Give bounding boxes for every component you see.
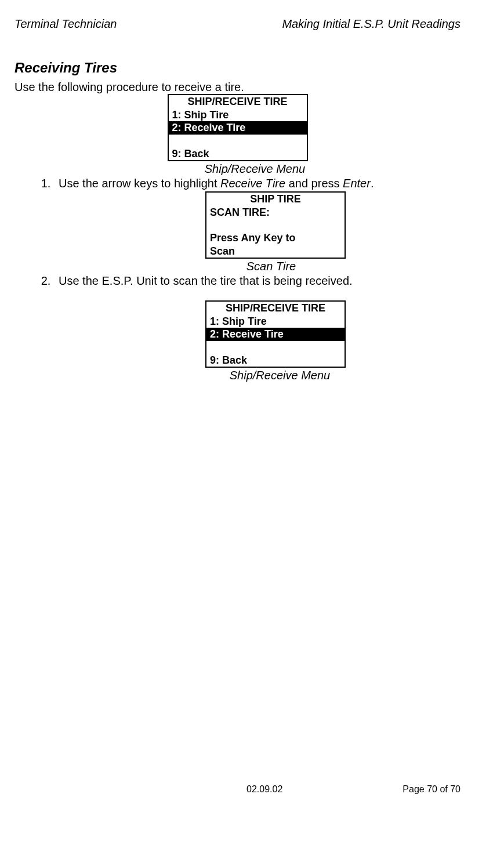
screen-title: SHIP/RECEIVE TIRE (206, 302, 345, 315)
procedure-list: Use the arrow keys to highlight Receive … (14, 177, 461, 382)
screen-title: SHIP/RECEIVE TIRE (169, 95, 307, 108)
page-header: Terminal Technician Making Initial E.S.P… (14, 17, 461, 31)
screen-box: SHIP/RECEIVE TIRE 1: Ship Tire 2: Receiv… (168, 94, 308, 161)
step-text-part: Use the arrow keys to highlight (59, 177, 220, 190)
step-2-text: Use the E.S.P. Unit to scan the tire tha… (59, 274, 461, 288)
footer-page: Page 70 of 70 (403, 784, 461, 795)
blank-line (206, 341, 345, 354)
screen-menu-2: SHIP/RECEIVE TIRE 1: Ship Tire 2: Receiv… (59, 300, 461, 382)
scan-line-1: SCAN TIRE: (206, 206, 345, 219)
screen-caption: Ship/Receive Menu (59, 369, 461, 382)
menu-option-2-selected: 2: Receive Tire (206, 328, 345, 341)
menu-option-2-selected: 2: Receive Tire (169, 121, 307, 135)
screen-box: SHIP/RECEIVE TIRE 1: Ship Tire 2: Receiv… (205, 300, 346, 368)
header-left: Terminal Technician (14, 17, 117, 31)
step-1: Use the arrow keys to highlight Receive … (54, 177, 461, 273)
step-2: Use the E.S.P. Unit to scan the tire tha… (54, 274, 461, 382)
section-title: Receiving Tires (14, 60, 461, 76)
screen-scan: SHIP TIRE SCAN TIRE: Press Any Key to Sc… (59, 191, 461, 273)
footer-date: 02.09.02 (246, 784, 282, 795)
menu-option-1: 1: Ship Tire (169, 108, 307, 122)
screen-caption: Ship/Receive Menu (14, 162, 461, 176)
step-text-italic: Receive Tire (220, 177, 285, 190)
intro-text: Use the following procedure to receive a… (14, 81, 461, 94)
step-text-part: . (371, 177, 374, 190)
page-footer: 02.09.02 Page 70 of 70 (14, 784, 461, 795)
header-right: Making Initial E.S.P. Unit Readings (282, 17, 461, 31)
screen-box: SHIP TIRE SCAN TIRE: Press Any Key to Sc… (205, 191, 346, 259)
menu-back: 9: Back (206, 354, 345, 367)
step-1-text: Use the arrow keys to highlight Receive … (59, 177, 461, 190)
scan-line-3: Scan (206, 245, 345, 258)
screen-title: SHIP TIRE (206, 193, 345, 206)
screen-caption: Scan Tire (59, 260, 461, 273)
menu-back: 9: Back (169, 147, 307, 161)
step-text-part: and press (285, 177, 343, 190)
blank-line (206, 219, 345, 231)
step-text-italic: Enter (343, 177, 371, 190)
menu-option-1: 1: Ship Tire (206, 315, 345, 328)
screen-menu-1: SHIP/RECEIVE TIRE 1: Ship Tire 2: Receiv… (14, 94, 461, 176)
scan-line-2: Press Any Key to (206, 231, 345, 245)
blank-line (169, 135, 307, 147)
